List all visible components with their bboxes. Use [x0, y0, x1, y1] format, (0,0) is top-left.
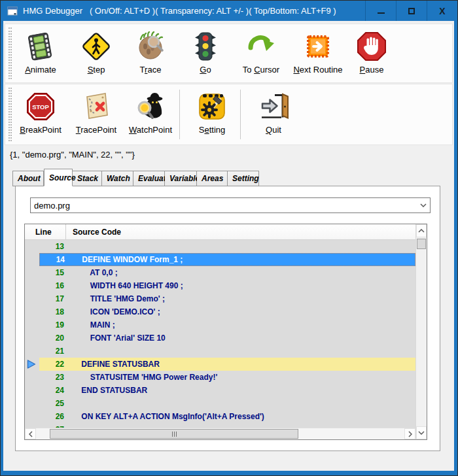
tab-evaluate[interactable]: Evaluate [133, 171, 165, 186]
pause-button[interactable]: Pause [344, 31, 400, 82]
toolbar-gripper[interactable] [9, 27, 12, 79]
tab-areas[interactable]: Areas [197, 171, 228, 186]
gear-hammer-icon [196, 91, 228, 122]
current-line-arrow-icon [27, 360, 36, 369]
scroll-down-button[interactable] [416, 426, 427, 439]
row-content: 25 [39, 397, 415, 410]
maximize-button[interactable] [396, 1, 427, 21]
line-number-cell: 27 [39, 423, 66, 428]
toolbar-button-label: To Cursor [243, 65, 279, 75]
traffic-light-icon [190, 31, 221, 62]
source-row-27[interactable]: 27 [25, 423, 415, 428]
scroll-right-button[interactable] [404, 428, 415, 439]
trace-button[interactable]: Trace [122, 31, 179, 82]
line-number-cell: 20 [39, 332, 66, 345]
chevron-down-icon[interactable] [417, 203, 430, 207]
source-row-16[interactable]: 16 WIDTH 640 HEIGHT 490 ; [25, 279, 415, 292]
vertical-scroll-thumb[interactable] [417, 239, 426, 249]
line-number-cell: 19 [39, 318, 66, 332]
row-content: 23 STATUSITEM 'HMG Power Ready!' [39, 371, 415, 384]
tracepoint-button[interactable]: TracePoint [68, 91, 124, 142]
tab-stack[interactable]: Stack [73, 171, 102, 186]
titlebar[interactable]: HMG Debugger ( On/Off: ALT+D )( Transpar… [1, 1, 457, 21]
source-code-cell [66, 240, 415, 253]
quit-button[interactable]: Quit [245, 91, 302, 142]
window-title: HMG Debugger ( On/Off: ALT+D )( Transpar… [23, 6, 336, 16]
grid-header: Line Source Code [25, 224, 415, 240]
tab-source[interactable]: Source [44, 169, 73, 186]
next-routine-button[interactable]: Next Routine [290, 31, 346, 82]
line-number-cell: 13 [39, 240, 66, 253]
source-row-21[interactable]: 21 [25, 345, 415, 358]
close-icon: X [439, 7, 445, 16]
watchpoint-button[interactable]: WatchPoint [122, 91, 179, 142]
source-code-cell: MAIN ; [66, 318, 415, 332]
toolbar-button-label: TracePoint [76, 125, 116, 135]
source-row-15[interactable]: 15 AT 0,0 ; [25, 266, 415, 279]
source-file-combobox[interactable]: demo.prg [30, 197, 431, 213]
footprints-magnifier-icon [135, 31, 166, 62]
maximize-icon [408, 8, 415, 14]
step-button[interactable]: Step [68, 31, 124, 82]
row-content: 15 AT 0,0 ; [39, 266, 415, 279]
source-row-25[interactable]: 25 [25, 397, 415, 410]
horizontal-scrollbar[interactable] [25, 428, 415, 439]
row-indicator [25, 371, 39, 384]
scroll-up-button[interactable] [416, 224, 427, 237]
toolbar-button-label: Pause [360, 65, 384, 75]
source-code-grid: Line Source Code 1314 DEFINE WINDOW Form… [24, 224, 427, 440]
column-header-line[interactable]: Line [25, 224, 66, 239]
source-row-26[interactable]: 26 ON KEY ALT+A ACTION MsgInfo('Alt+A Pr… [25, 410, 415, 423]
source-row-18[interactable]: 18 ICON 'DEMO.ICO' ; [25, 305, 415, 318]
vertical-scrollbar[interactable] [415, 224, 427, 439]
go-button[interactable]: Go [177, 31, 234, 82]
source-code-cell [66, 345, 415, 358]
row-content: 14 DEFINE WINDOW Form_1 ; [39, 253, 415, 266]
column-header-source-code[interactable]: Source Code [66, 224, 415, 239]
tab-watch[interactable]: Watch [102, 171, 133, 186]
row-content: 13 [39, 240, 415, 253]
toolbar-button-label: Animate [25, 65, 56, 75]
source-code-cell: TITLE 'HMG Demo' ; [66, 292, 415, 305]
source-row-23[interactable]: 23 STATUSITEM 'HMG Power Ready!' [25, 371, 415, 384]
row-indicator [25, 292, 39, 305]
source-row-13[interactable]: 13 [25, 240, 415, 253]
to-cursor-button[interactable]: To Cursor [233, 31, 289, 82]
row-content: 17 TITLE 'HMG Demo' ; [39, 292, 415, 305]
animate-button[interactable]: Animate [12, 31, 69, 82]
row-content: 22 DEFINE STATUSBAR [39, 358, 415, 371]
minimize-button[interactable] [365, 1, 396, 21]
source-row-19[interactable]: 19 MAIN ; [25, 318, 415, 332]
svg-text:STOP: STOP [32, 103, 49, 110]
row-indicator [25, 240, 39, 253]
source-row-17[interactable]: 17 TITLE 'HMG Demo' ; [25, 292, 415, 305]
source-code-cell [66, 423, 415, 428]
tab-variables[interactable]: Variables [165, 171, 197, 186]
setting-button[interactable]: Setting [184, 91, 240, 142]
source-code-cell: AT 0,0 ; [66, 266, 415, 279]
scroll-left-button[interactable] [25, 428, 36, 439]
row-content: 18 ICON 'DEMO.ICO' ; [39, 305, 415, 318]
row-content: 19 MAIN ; [39, 318, 415, 332]
tab-about[interactable]: About [12, 171, 44, 186]
source-row-24[interactable]: 24 END STATUSBAR [25, 384, 415, 397]
map-cross-icon [80, 91, 112, 122]
source-row-22[interactable]: 22 DEFINE STATUSBAR [25, 358, 415, 371]
row-indicator [25, 345, 39, 358]
row-indicator [25, 423, 39, 428]
toolbar-gripper[interactable] [9, 88, 12, 141]
breakpoint-button[interactable]: STOPBreakPoint [12, 91, 69, 142]
row-indicator [25, 410, 39, 423]
row-indicator [25, 253, 39, 266]
source-code-cell [66, 397, 415, 410]
horizontal-scroll-track[interactable] [36, 428, 404, 439]
toolbar-row-2: STOPBreakPointTracePointWatchPointSettin… [5, 84, 453, 145]
vertical-scroll-track[interactable] [416, 237, 427, 426]
source-row-14[interactable]: 14 DEFINE WINDOW Form_1 ; [25, 253, 415, 266]
source-row-20[interactable]: 20 FONT 'Arial' SIZE 10 [25, 332, 415, 345]
line-number-cell: 18 [39, 305, 66, 318]
source-code-cell: ICON 'DEMO.ICO' ; [66, 305, 415, 318]
tab-setting[interactable]: Setting [228, 171, 259, 186]
horizontal-scroll-thumb[interactable] [50, 429, 298, 439]
close-button[interactable]: X [427, 1, 457, 21]
